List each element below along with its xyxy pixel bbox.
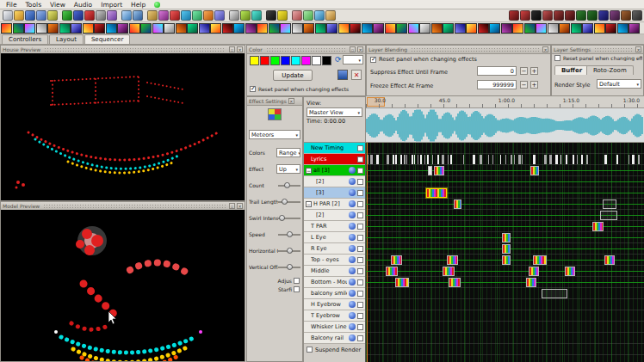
effect-thumbnail[interactable] [512,23,523,34]
track-row[interactable]: New Timing [304,143,365,154]
horizontal-offset-slider-thumb[interactable] [287,248,293,254]
effect-thumbnail[interactable] [466,23,477,34]
effect-block[interactable] [447,255,458,265]
effect-thumbnail[interactable] [94,23,105,34]
effect-thumbnail[interactable] [176,23,187,34]
track-row[interactable]: −H PAR [2] [304,199,365,210]
track-checkbox[interactable] [357,335,363,341]
effect-thumbnail[interactable] [233,23,245,34]
effect-thumbnail[interactable] [303,23,314,34]
effect-thumbnail[interactable] [13,23,24,34]
trail-length-slider-thumb[interactable] [282,199,288,205]
sequence-elements-icon[interactable] [147,10,158,21]
effect-thumbnail[interactable] [83,23,94,34]
ac-ramp-up-icon[interactable] [576,10,586,21]
effect-thumbnail[interactable] [443,23,454,34]
effect-thumbnail[interactable] [594,23,605,34]
effect-block[interactable] [434,166,444,175]
effect-thumbnail[interactable] [140,23,152,34]
track-checkbox[interactable] [357,212,363,218]
effect-block[interactable] [530,166,539,175]
menu-item-audio[interactable]: Audio [70,1,96,9]
audio-waveform[interactable] [366,108,644,143]
effect-block[interactable] [526,278,536,287]
effect-block[interactable] [443,267,455,276]
effect-block[interactable] [428,166,432,175]
color-panel-toggle-icon[interactable] [170,10,180,21]
effect-settings-toggle-icon[interactable] [158,10,169,21]
effect-thumbnail[interactable] [524,23,536,34]
horizontal-offset-slider[interactable] [278,247,300,255]
new-sequence-icon[interactable] [3,10,13,21]
model-sphere-icon[interactable] [349,256,356,263]
suppress-minus-button[interactable]: − [520,67,528,75]
update-button[interactable]: Update [273,70,313,81]
effect-block[interactable] [542,289,567,298]
track-checkbox[interactable] [357,224,363,230]
sequencer-grid[interactable] [366,143,644,362]
menu-item-import[interactable]: Import [96,1,127,9]
color-swatch-5[interactable] [291,56,300,65]
collapse-toggle[interactable]: − [306,201,312,207]
float-panel-button[interactable]: ▫ [229,203,235,209]
effect-thumbnail[interactable] [210,23,221,34]
house-preview-toggle-icon[interactable] [214,10,225,21]
effect-block[interactable] [604,255,615,265]
speed-slider[interactable] [278,230,300,238]
model-sphere-icon[interactable] [349,178,356,185]
track-checkbox[interactable] [357,179,363,185]
save-as-sequence-icon[interactable] [36,10,46,21]
effect-dropdown[interactable]: Up▾ [276,164,300,174]
swirl-intensity-slider[interactable] [278,214,300,222]
colors-dropdown[interactable]: Range▾ [276,148,300,157]
effect-thumbnail[interactable] [59,23,71,34]
menu-item-tools[interactable]: Tools [22,1,46,9]
effect-thumbnail[interactable] [385,23,396,34]
close-panel-button[interactable]: ✕ [288,98,294,104]
track-row[interactable]: Middle [304,266,365,277]
track-checkbox[interactable] [357,201,363,207]
track-checkbox[interactable] [357,313,363,319]
effect-assist-icon[interactable] [229,10,239,21]
effect-thumbnail[interactable] [152,23,164,34]
ac-twinkle-icon[interactable] [554,10,564,21]
starfi-checkbox[interactable] [294,286,300,292]
delete-palette-button[interactable]: ✕ [351,70,362,80]
model-sphere-icon[interactable] [349,279,356,285]
freeze-plus-button[interactable]: + [530,81,538,89]
reset-panel-row[interactable]: Reset panel when changing effects [370,56,477,63]
menu-item-view[interactable]: View [46,1,70,9]
model-sphere-icon[interactable] [349,312,356,319]
suspend-render-row[interactable]: Suspend Render [304,344,365,355]
effect-block[interactable] [449,278,461,287]
color-swatch-4[interactable] [281,56,290,65]
color-swatch-6[interactable] [301,56,311,65]
track-row[interactable]: Top - eyes [304,255,365,266]
effect-thumbnail[interactable] [129,23,140,34]
effect-block[interactable] [592,222,604,231]
close-panel-button[interactable]: ✕ [542,46,548,52]
effect-block[interactable] [603,199,616,209]
model-sphere-icon[interactable] [349,234,356,241]
ac-off-icon[interactable] [531,10,542,21]
effect-block[interactable] [502,244,511,254]
effect-block[interactable] [529,267,539,276]
model-sphere-icon[interactable] [349,223,356,230]
effect-thumbnail[interactable] [455,23,466,34]
reset-panel-checkbox[interactable] [370,57,376,63]
effect-thumbnail[interactable] [280,23,291,34]
effect-block[interactable] [600,211,617,220]
effect-thumbnail[interactable] [431,23,443,34]
model-preview-toggle-icon[interactable] [203,10,214,21]
effect-thumbnail[interactable] [222,23,233,34]
count-slider-thumb[interactable] [284,182,290,188]
effect-thumbnail[interactable] [362,23,373,34]
paste-by-time-icon[interactable] [292,10,302,21]
freeze-minus-button[interactable]: − [520,81,528,89]
effect-thumbnail[interactable] [315,23,326,34]
model-sphere-icon[interactable] [349,189,356,196]
menu-item-help[interactable]: Help [127,1,150,9]
save-palette-icon[interactable] [337,70,348,80]
close-panel-button[interactable]: ✕ [237,46,243,52]
effect-thumbnail[interactable] [71,23,82,34]
